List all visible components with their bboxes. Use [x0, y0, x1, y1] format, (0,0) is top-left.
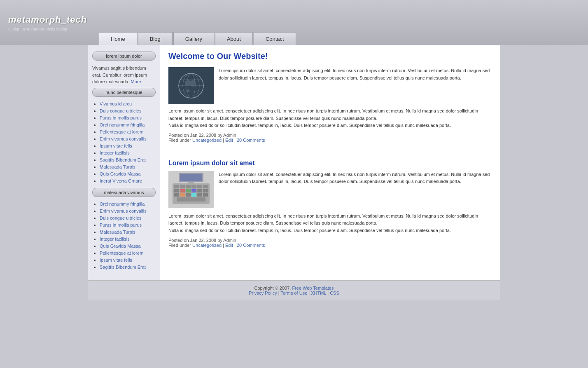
list-item: Purus in mollis purus: [100, 222, 156, 228]
list-item: Enim vivamus convallis: [100, 136, 156, 142]
svg-rect-12: [186, 185, 191, 188]
article-2-body: www.thepcmanwebsite.com Lorem ipsum dolo…: [168, 171, 492, 209]
article-1-text-full: Lorem ipsum dolor sit amet, consectetuer…: [168, 108, 492, 129]
nav-contact[interactable]: Contact: [254, 32, 296, 45]
article-1: Lorem ipsum dolor sit amet, consectetuer…: [168, 67, 492, 143]
sidebar-btn-1[interactable]: lorem ipsum dolor: [92, 52, 156, 61]
sidebar-list-1-item[interactable]: Ipsum vitae felis: [100, 143, 132, 148]
svg-rect-19: [191, 189, 196, 192]
footer-free-templates[interactable]: Free Web Templates: [292, 286, 334, 291]
sidebar-list-1-item[interactable]: Pellentesque at lorem: [100, 129, 143, 134]
sidebar-list-2-item[interactable]: Quis Gravida Massa: [100, 244, 141, 248]
header: metamorph_tech design by metamorphosis d…: [0, 0, 588, 45]
nav-blog[interactable]: Blog: [138, 32, 173, 45]
footer-terms-link[interactable]: Terms of Use: [280, 291, 307, 295]
svg-rect-24: [186, 193, 191, 197]
svg-rect-31: [188, 182, 194, 184]
nav-about[interactable]: About: [215, 32, 253, 45]
list-item: Duis congue ultricies: [100, 108, 156, 114]
main-wrapper: lorem ipsum dolor Vivamus sagittis biben…: [88, 45, 500, 280]
footer-css-link[interactable]: CSS: [330, 291, 339, 295]
list-item: Malesuada Turpis: [100, 229, 156, 235]
list-item: Orci nonummy fringilla: [100, 122, 156, 128]
list-item: Pellentesque at lorem: [100, 129, 156, 135]
sidebar-list-2-item[interactable]: Ipsum vitae felis: [100, 258, 132, 263]
list-item: Sagittis Bibendum Erat: [100, 264, 156, 270]
svg-rect-20: [197, 189, 202, 192]
sidebar-list-2-item[interactable]: Orci nonummy fringilla: [100, 202, 145, 206]
list-item: Quis Gravida Massa: [100, 171, 156, 177]
svg-rect-16: [174, 189, 179, 192]
sidebar-list-2-item[interactable]: Purus in mollis purus: [100, 223, 142, 227]
svg-rect-25: [191, 193, 196, 197]
list-item: Orci nonummy fringilla: [100, 201, 156, 207]
svg-rect-26: [197, 193, 202, 197]
svg-rect-17: [180, 189, 185, 192]
svg-rect-30: [180, 174, 202, 181]
list-item: Enim vivamus convallis: [100, 208, 156, 214]
nav-home[interactable]: Home: [99, 32, 137, 45]
article-2-comments[interactable]: 20 Comments: [237, 243, 265, 248]
article-1-comments[interactable]: 20 Comments: [237, 138, 265, 143]
site-subtitle: design by metamorphosis design: [8, 27, 91, 31]
sidebar-list-1-item[interactable]: Purus in mollis purus: [100, 115, 142, 120]
footer-copyright: Copyright © 2007.: [254, 286, 291, 291]
sidebar-more-link[interactable]: More...: [131, 79, 145, 84]
article-2-category[interactable]: Uncategorized: [192, 243, 222, 248]
list-item: Pellentesque at lorem: [100, 250, 156, 256]
list-item: Quis Gravida Massa: [100, 243, 156, 249]
article-2-text-full: Lorem ipsum dolor sit amet, consectetuer…: [168, 213, 492, 234]
sidebar-list-2-item[interactable]: Sagittis Bibendum Erat: [100, 265, 146, 270]
list-item: Inerat Viverra Ornare: [100, 178, 156, 184]
sidebar-btn-3[interactable]: malesuada vivamus: [92, 188, 156, 197]
sidebar: lorem ipsum dolor Vivamus sagittis biben…: [88, 45, 160, 280]
svg-rect-28: [177, 197, 205, 202]
svg-rect-18: [186, 189, 191, 192]
sidebar-list-2-item[interactable]: Malesuada Turpis: [100, 230, 135, 234]
svg-rect-15: [203, 185, 208, 188]
footer: Copyright © 2007. Free Web Templates Pri…: [88, 280, 500, 300]
sidebar-list-1-item[interactable]: Integer facilisis: [100, 150, 130, 155]
article-2-meta: Posted on Jan 22, 2008 by Admin Filed un…: [168, 238, 492, 248]
sidebar-btn-2[interactable]: nunc pellentesque: [92, 88, 156, 97]
sidebar-list-2-item[interactable]: Pellentesque at lorem: [100, 251, 143, 255]
article-2-title: Lorem ipsum dolor sit amet: [168, 159, 492, 167]
sidebar-list-1-item[interactable]: Enim vivamus convallis: [100, 136, 147, 141]
sidebar-list-1-item[interactable]: Sagittis Bibendum Erat: [100, 157, 146, 162]
list-item: Sagittis Bibendum Erat: [100, 157, 156, 163]
sidebar-list-2-item[interactable]: Enim vivamus convallis: [100, 209, 147, 213]
list-item: Vivamus id arcu: [100, 101, 156, 107]
article-separator: [168, 153, 492, 153]
footer-privacy-link[interactable]: Privacy Policy: [249, 291, 277, 295]
site-title: metamorph_tech: [8, 14, 91, 25]
svg-rect-13: [191, 185, 196, 188]
sidebar-list-1-item[interactable]: Orci nonummy fringilla: [100, 122, 145, 127]
sidebar-list-1-item[interactable]: Quis Gravida Massa: [100, 171, 141, 176]
list-item: Ipsum vitae felis: [100, 257, 156, 263]
list-item: Integer facilisis: [100, 150, 156, 156]
sidebar-list-2-item[interactable]: Integer facilisis: [100, 237, 130, 241]
nav-gallery[interactable]: Gallery: [173, 32, 214, 45]
logo-area: metamorph_tech design by metamorphosis d…: [0, 0, 99, 45]
main-nav: Home Blog Gallery About Contact: [99, 32, 297, 45]
article-2: Lorem ipsum dolor sit amet: [168, 159, 492, 248]
sidebar-list-1-item[interactable]: Malesuada Turpis: [100, 164, 135, 169]
article-1-body: Lorem ipsum dolor sit amet, consectetuer…: [168, 67, 492, 104]
sidebar-list-1-item[interactable]: Duis congue ultricies: [100, 108, 142, 113]
sidebar-list-1-item[interactable]: Vivamus id arcu: [100, 101, 132, 106]
footer-xhtml-link[interactable]: XHTML: [311, 291, 326, 295]
list-item: Duis congue ultricies: [100, 215, 156, 221]
svg-rect-22: [174, 193, 179, 197]
svg-rect-27: [203, 193, 208, 197]
sidebar-list-2: Orci nonummy fringillaEnim vivamus conva…: [92, 201, 156, 270]
sidebar-list-1-item[interactable]: Inerat Viverra Ornare: [100, 178, 142, 183]
sidebar-list-2-item[interactable]: Duis congue ultricies: [100, 216, 142, 220]
article-1-category[interactable]: Uncategorized: [192, 138, 222, 143]
article-1-image: [168, 67, 214, 104]
article-2-edit[interactable]: Edit: [225, 243, 233, 248]
svg-rect-14: [197, 185, 202, 188]
list-item: Malesuada Turpis: [100, 164, 156, 170]
article-1-edit[interactable]: Edit: [225, 138, 233, 143]
sidebar-list-1: Vivamus id arcuDuis congue ultriciesPuru…: [92, 101, 156, 184]
article-2-text-col1: Lorem ipsum dolor sit amet, consectetuer…: [219, 171, 492, 209]
